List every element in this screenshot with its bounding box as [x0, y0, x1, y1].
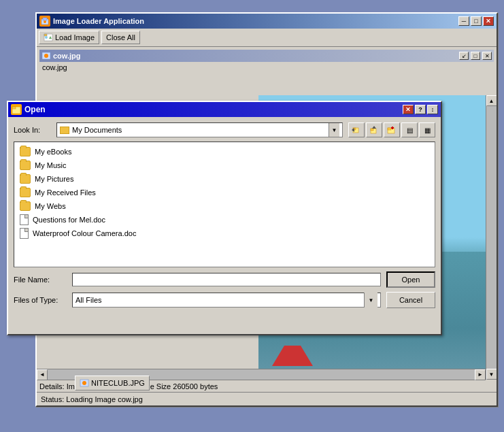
list-item[interactable]: Waterproof Colour Camera.doc: [17, 227, 432, 240]
taskbar-item-label: NITECLUB.JPG: [91, 379, 145, 387]
taskbar-item[interactable]: NITECLUB.JPG: [75, 376, 150, 391]
new-folder-button[interactable]: [384, 122, 400, 137]
close-all-button[interactable]: Close All: [101, 31, 140, 44]
scroll-down-arrow[interactable]: ▼: [486, 369, 497, 380]
dialog-icon: [11, 104, 22, 115]
svg-point-5: [45, 36, 48, 39]
close-button[interactable]: ✕: [483, 16, 494, 26]
list-view-button[interactable]: ▤: [401, 122, 418, 137]
file-name-input[interactable]: [72, 273, 381, 286]
look-in-label: Look In:: [14, 126, 51, 134]
svg-rect-12: [12, 107, 16, 109]
list-item[interactable]: My Music: [17, 159, 432, 172]
file-name-label: File Name:: [14, 276, 67, 284]
list-item[interactable]: My Pictures: [17, 172, 432, 186]
files-of-type-combo[interactable]: All Files ▼: [72, 293, 381, 308]
file-item-name: My eBooks: [35, 148, 71, 156]
mdi-child-window: cow.jpg ↙ □ ✕ cow.jpg: [39, 50, 494, 73]
dialog-controls: ✕ ? ↕: [403, 105, 438, 114]
file-item-name: My Received Files: [35, 188, 96, 197]
svg-point-10: [82, 381, 86, 385]
window-controls: ─ □ ✕: [458, 16, 494, 26]
svg-rect-20: [388, 128, 391, 130]
main-status-text: Status: Loading Image cow.jpg: [41, 395, 143, 403]
dialog-title-bar[interactable]: Open ✕ ? ↕: [8, 102, 441, 117]
scroll-right-arrow[interactable]: ►: [475, 369, 486, 380]
file-name-row: File Name: Open: [14, 271, 435, 288]
look-in-arrow[interactable]: ▼: [329, 123, 339, 137]
list-item[interactable]: My eBooks: [17, 145, 432, 159]
folder-icon: [20, 161, 31, 170]
dialog-close-button[interactable]: ✕: [403, 105, 414, 114]
main-status-bar: Status: Loading Image cow.jpg: [37, 392, 497, 405]
file-list[interactable]: My eBooksMy MusicMy PicturesMy Received …: [14, 142, 435, 267]
mdi-close-button[interactable]: ✕: [482, 52, 492, 60]
open-dialog: Open ✕ ? ↕ Look In: My Documents ▼: [7, 101, 442, 335]
open-button[interactable]: Open: [386, 271, 435, 288]
file-item-name: My Pictures: [35, 175, 73, 183]
folder-icon: [20, 174, 31, 184]
mdi-maximize-button[interactable]: □: [471, 52, 480, 60]
load-image-button[interactable]: Load Image: [39, 31, 99, 44]
list-item[interactable]: Questions for Mel.doc: [17, 213, 432, 227]
up-button[interactable]: [366, 122, 382, 137]
svg-rect-4: [44, 34, 47, 36]
minimize-button[interactable]: ─: [458, 16, 469, 26]
look-in-value: My Documents: [72, 126, 122, 134]
cancel-button[interactable]: Cancel: [386, 292, 435, 308]
list-item[interactable]: My Received Files: [17, 186, 432, 199]
dialog-help-button[interactable]: ?: [415, 105, 426, 114]
mdi-restore-button[interactable]: ↙: [459, 52, 469, 60]
mdi-content-label: cow.jpg: [39, 62, 494, 73]
vertical-scrollbar[interactable]: ▲ ▼: [486, 95, 497, 380]
dialog-title-text: Open: [24, 105, 400, 114]
back-button[interactable]: [348, 122, 365, 137]
scroll-track-v[interactable]: [486, 106, 497, 369]
look-in-combo[interactable]: My Documents ▼: [56, 122, 343, 137]
files-of-type-row: Files of Type: All Files ▼ Cancel: [14, 292, 435, 308]
app-title-bar[interactable]: Image Loader Application ─ □ ✕: [37, 14, 497, 29]
mdi-child-icon: [41, 52, 51, 60]
folder-icon: [20, 201, 31, 211]
look-in-folder-icon: [60, 127, 69, 134]
file-item-name: My Webs: [35, 202, 66, 210]
svg-rect-17: [371, 129, 373, 131]
mdi-child-title: cow.jpg: [53, 52, 457, 60]
app-title: Image Loader Application: [53, 17, 458, 25]
document-icon: [20, 228, 29, 239]
folder-icon: [20, 188, 31, 197]
taskbar-item-icon: [80, 379, 89, 387]
scroll-left-arrow[interactable]: ◄: [37, 369, 48, 380]
dialog-restore-button[interactable]: ↕: [427, 105, 438, 114]
file-item-name: Waterproof Colour Camera.doc: [33, 229, 136, 237]
app-icon: [39, 16, 50, 27]
file-item-name: Questions for Mel.doc: [33, 216, 105, 224]
load-image-icon: [44, 33, 53, 42]
dialog-body: Look In: My Documents ▼: [8, 117, 441, 314]
look-in-row: Look In: My Documents ▼: [14, 122, 435, 137]
detail-view-button[interactable]: ▦: [419, 122, 435, 137]
svg-rect-1: [43, 18, 47, 20]
svg-point-8: [44, 54, 48, 58]
svg-point-2: [44, 20, 46, 23]
folder-icon: [20, 147, 31, 156]
svg-marker-18: [372, 126, 376, 129]
files-of-type-arrow[interactable]: ▼: [364, 293, 377, 308]
maximize-button[interactable]: □: [471, 16, 482, 26]
app-toolbar: Load Image Close All: [37, 29, 497, 47]
document-icon: [20, 214, 29, 225]
list-item[interactable]: My Webs: [17, 199, 432, 213]
look-in-toolbar: ▤ ▦: [348, 122, 435, 137]
files-of-type-label: Files of Type:: [14, 296, 67, 304]
mdi-child-title-bar[interactable]: cow.jpg ↙ □ ✕: [39, 50, 494, 62]
file-item-name: My Music: [35, 161, 66, 169]
scroll-up-arrow[interactable]: ▲: [486, 95, 497, 106]
files-of-type-value: All Files: [75, 296, 102, 304]
